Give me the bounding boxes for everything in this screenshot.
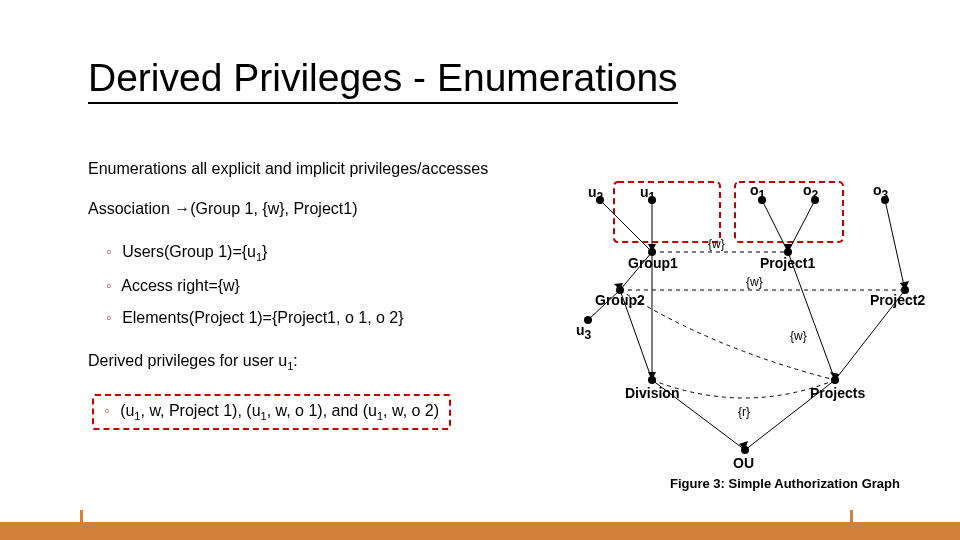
bullet-mark: ◦ [106,277,112,294]
svg-text:Project1: Project1 [760,255,815,271]
page-title: Derived Privileges - Enumerations [88,56,678,104]
bullet-mark: ◦ [106,243,112,260]
svg-text:{w}: {w} [790,329,807,343]
figure-caption: Figure 3: Simple Authorization Graph [670,476,930,491]
svg-text:{w}: {w} [708,237,725,251]
svg-text:u3: u3 [576,322,592,342]
bullet-access-right: ◦ Access right={w} [106,275,558,297]
bullet-triples: ◦ (u1, w, Project 1), (u1, w, o 1), and … [92,392,558,430]
svg-line-33 [588,290,620,320]
svg-rect-0 [614,182,720,242]
svg-line-34 [620,252,652,290]
svg-line-39 [652,380,745,450]
authorization-graph: u2 u1 o1 o2 o3 Group1 Project1 Group2 u3… [570,180,940,500]
left-column: Enumerations all explicit and implicit p… [88,158,558,440]
paragraph-derived: Derived privileges for user u1: [88,350,558,374]
bullet-users: ◦ Users(Group 1)={u1} [106,241,558,265]
svg-rect-1 [735,182,843,242]
paragraph-enum: Enumerations all explicit and implicit p… [88,158,558,180]
svg-text:Group1: Group1 [628,255,678,271]
svg-text:{w}: {w} [746,275,763,289]
boxed-triples: ◦ (u1, w, Project 1), (u1, w, o 1), and … [92,394,451,430]
footer-bar [0,522,960,540]
svg-line-35 [620,290,652,380]
bullet-mark: ◦ [106,309,112,326]
svg-line-37 [788,252,835,380]
svg-line-32 [885,200,905,290]
svg-line-38 [835,290,905,380]
paragraph-assoc: Association →(Group 1, {w}, Project1) [88,198,558,220]
bullet-elements: ◦ Elements(Project 1)={Project1, o 1, o … [106,307,558,329]
svg-text:OU: OU [733,455,754,471]
svg-line-40 [745,380,835,450]
svg-line-31 [788,200,815,252]
svg-text:Group2: Group2 [595,292,645,308]
svg-line-30 [762,200,788,252]
bullet-mark: ◦ [104,402,110,419]
svg-line-28 [600,200,652,252]
svg-text:{r}: {r} [738,405,750,419]
svg-text:Division: Division [625,385,679,401]
